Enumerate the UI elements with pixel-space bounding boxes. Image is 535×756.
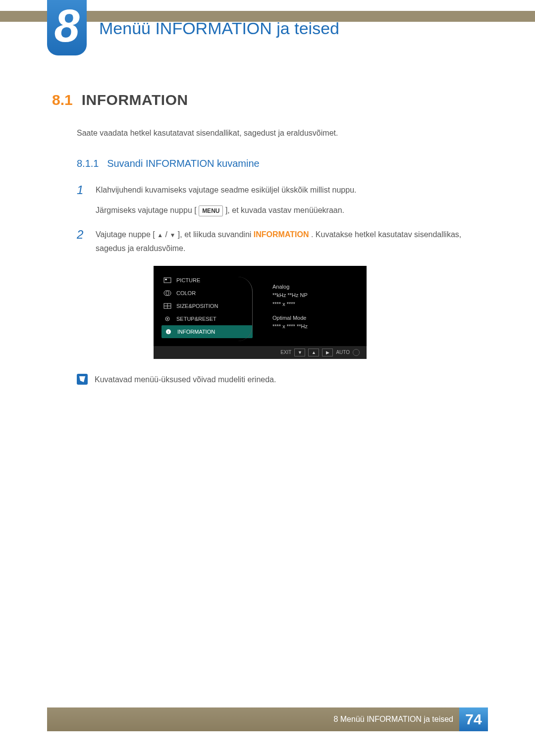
step-2: 2 Vajutage nuppe [ / ], et liikuda suvan… bbox=[77, 228, 488, 254]
info-icon: i bbox=[164, 329, 172, 335]
step-body: Vajutage nuppe [ / ], et liikuda suvandi… bbox=[96, 228, 488, 254]
color-icon bbox=[163, 290, 171, 296]
page-content: 8.1 INFORMATION Saate vaadata hetkel kas… bbox=[52, 92, 488, 386]
section-number: 8.1 bbox=[52, 92, 73, 108]
osd-power-icon bbox=[353, 349, 360, 356]
osd-bottom-bar: EXIT ▼ ▲ ▶ AUTO bbox=[154, 346, 367, 359]
osd-up-icon: ▲ bbox=[308, 349, 319, 356]
footer-chapter-label: 8 Menüü INFORMATION ja teised bbox=[333, 715, 453, 724]
section-title: INFORMATION bbox=[82, 92, 188, 108]
step-number: 1 bbox=[77, 183, 87, 217]
section-heading: 8.1 INFORMATION bbox=[52, 92, 488, 108]
osd-info-line: **** x **** bbox=[272, 300, 357, 309]
osd-info-line: Optimal Mode bbox=[272, 314, 357, 323]
osd-enter-icon: ▶ bbox=[322, 349, 333, 356]
step-number: 2 bbox=[77, 228, 87, 254]
svg-text:i: i bbox=[168, 330, 169, 334]
note-icon bbox=[77, 374, 88, 385]
step-body: Klahvijuhendi kuvamiseks vajutage seadme… bbox=[96, 183, 356, 217]
intro-paragraph: Saate vaadata hetkel kasutatavat sisenda… bbox=[77, 127, 488, 139]
step-1-line-2: Järgmiseks vajutage nuppu [ MENU ], et k… bbox=[96, 203, 356, 217]
triangle-up-icon bbox=[157, 230, 163, 239]
note-row: Kuvatavad menüü-üksused võivad mudeliti … bbox=[77, 374, 488, 386]
osd-item-label: SETUP&RESET bbox=[176, 316, 216, 322]
step-1: 1 Klahvijuhendi kuvamiseks vajutage sead… bbox=[77, 183, 488, 217]
menu-button-label: MENU bbox=[199, 205, 223, 216]
text-fragment: ], et liikuda suvandini bbox=[178, 230, 254, 239]
note-text: Kuvatavad menüü-üksused võivad mudeliti … bbox=[95, 374, 276, 386]
osd-info-line: **kHz **Hz NP bbox=[272, 291, 357, 300]
osd-exit-label: EXIT bbox=[280, 350, 291, 355]
osd-down-icon: ▼ bbox=[294, 349, 305, 356]
page-number: 74 bbox=[459, 707, 488, 731]
osd-item-label: INFORMATION bbox=[177, 329, 215, 335]
osd-screenshot: PICTURE COLOR SIZE&POSITION bbox=[154, 266, 488, 359]
subsection-number: 8.1.1 bbox=[77, 158, 99, 169]
picture-icon bbox=[163, 277, 171, 283]
gear-icon bbox=[163, 316, 171, 322]
osd-info-line: **** x **** **Hz bbox=[272, 322, 357, 331]
keyword-information: INFORMATION bbox=[254, 230, 309, 239]
size-position-icon bbox=[163, 303, 171, 309]
subsection-title: Suvandi INFORMATION kuvamine bbox=[107, 158, 260, 169]
chapter-number-tab: 8 bbox=[47, 0, 87, 55]
svg-rect-1 bbox=[165, 279, 167, 280]
text-fragment: Vajutage nuppe [ bbox=[96, 230, 155, 239]
osd-curve-decoration bbox=[238, 277, 253, 341]
step-1-line-1: Klahvijuhendi kuvamiseks vajutage seadme… bbox=[96, 183, 356, 197]
osd-auto-label: AUTO bbox=[336, 350, 350, 355]
osd-info-line: Analog bbox=[272, 283, 357, 292]
osd-item-label: SIZE&POSITION bbox=[176, 303, 218, 309]
text-fragment: Järgmiseks vajutage nuppu [ bbox=[96, 206, 197, 214]
osd-item-label: COLOR bbox=[176, 290, 196, 296]
svg-point-8 bbox=[167, 318, 168, 319]
osd-item-label: PICTURE bbox=[176, 277, 200, 283]
subsection-heading: 8.1.1 Suvandi INFORMATION kuvamine bbox=[77, 158, 488, 169]
chapter-title: Menüü INFORMATION ja teised bbox=[99, 19, 339, 38]
triangle-down-icon bbox=[170, 230, 176, 239]
osd-info-panel: Analog **kHz **Hz NP **** x **** Optimal… bbox=[253, 274, 357, 338]
osd-menu-column: PICTURE COLOR SIZE&POSITION bbox=[163, 274, 253, 338]
text-fragment: ], et kuvada vastav menüüekraan. bbox=[225, 206, 344, 214]
footer: 8 Menüü INFORMATION ja teised 74 bbox=[47, 707, 488, 731]
